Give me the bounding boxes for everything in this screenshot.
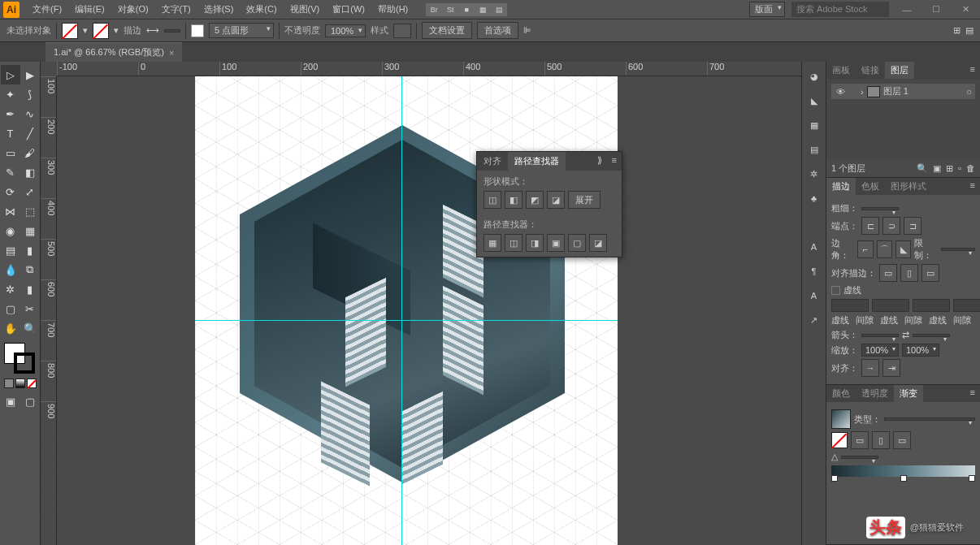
stroke-swatch[interactable]: [93, 23, 109, 39]
menu-file[interactable]: 文件(F): [26, 3, 68, 15]
tab-close-icon[interactable]: ×: [169, 48, 174, 58]
swatches-dock-icon[interactable]: ▦: [806, 117, 822, 133]
screen-mode-normal[interactable]: ▣: [1, 391, 20, 411]
minus-front-button[interactable]: ◧: [505, 191, 523, 209]
tab-stroke[interactable]: 描边: [826, 178, 856, 195]
align-center[interactable]: ▭: [879, 264, 897, 282]
gradient-slider[interactable]: [831, 465, 975, 477]
tab-align[interactable]: 对齐: [477, 152, 508, 171]
zoom-tool[interactable]: 🔍: [20, 318, 40, 338]
menu-help[interactable]: 帮助(H): [371, 3, 414, 15]
maximize-button[interactable]: ☐: [925, 4, 947, 15]
cap-square[interactable]: ⊐: [904, 217, 921, 235]
crop-button[interactable]: ▣: [547, 234, 565, 252]
pathfinder-panel[interactable]: 对齐 路径查找器 ⟫ ≡ 形状模式： ◫ ◧ ◩ ◪ 展开 路径查找器： ▦: [476, 151, 622, 257]
expand-button[interactable]: 展开: [568, 191, 601, 209]
gradient-type-dropdown[interactable]: [884, 417, 975, 421]
menu-window[interactable]: 窗口(W): [326, 3, 371, 15]
panel-collapse-icon[interactable]: ⟫: [592, 152, 607, 171]
menu-view[interactable]: 视图(V): [284, 3, 327, 15]
screen-mode-full[interactable]: ▢: [20, 391, 40, 411]
bridge-icon[interactable]: Br: [426, 3, 442, 16]
weight-field[interactable]: [861, 207, 899, 210]
align-inside[interactable]: ▯: [900, 264, 918, 282]
paragraph-dock-icon[interactable]: ¶: [806, 263, 822, 279]
brush-dropdown[interactable]: 5 点圆形: [209, 23, 274, 38]
layer-name[interactable]: 图层 1: [883, 85, 908, 97]
stock-search[interactable]: 搜索 Adobe Stock: [791, 2, 889, 17]
tab-gradient[interactable]: 渐变: [894, 385, 923, 402]
gap1[interactable]: [872, 299, 909, 312]
dashed-checkbox[interactable]: [831, 286, 840, 295]
stroke-grad-1[interactable]: ▭: [851, 431, 869, 449]
tab-layers[interactable]: 图层: [885, 62, 914, 79]
symbols-dock-icon[interactable]: ✲: [806, 166, 822, 182]
type-tool[interactable]: T: [1, 123, 20, 143]
join-bevel[interactable]: ◣: [895, 240, 911, 258]
hand-tool[interactable]: ✋: [1, 318, 20, 338]
tab-artboards[interactable]: 画板: [826, 62, 856, 79]
free-transform-tool[interactable]: ⬚: [20, 201, 40, 221]
pen-tool[interactable]: ✒: [1, 104, 20, 123]
eyedropper-tool[interactable]: 💧: [1, 260, 20, 279]
tab-transparency[interactable]: 透明度: [856, 385, 894, 402]
menu-edit[interactable]: 编辑(E): [68, 3, 111, 15]
perspective-tool[interactable]: ▦: [20, 221, 40, 240]
divide-button[interactable]: ▦: [483, 234, 501, 252]
document-tab[interactable]: 1.ai* @ 66.67% (RGB/预览) ×: [46, 42, 182, 62]
opacity-field[interactable]: 100%: [325, 24, 366, 37]
stock-icon[interactable]: St: [442, 3, 458, 16]
angle-field[interactable]: [841, 456, 878, 459]
fill-dropdown-icon[interactable]: ▾: [83, 25, 88, 36]
layer-row[interactable]: 👁 › 图层 1 ○: [831, 84, 975, 99]
stroke-weight-field[interactable]: [164, 29, 180, 32]
tab-pathfinder[interactable]: 路径查找器: [508, 152, 566, 171]
stroke-dock-icon[interactable]: ♣: [806, 190, 822, 206]
column-graph-tool[interactable]: ▮: [20, 279, 40, 299]
align-tip[interactable]: →: [861, 359, 879, 377]
none-mode-icon[interactable]: [27, 378, 37, 388]
guide-vertical[interactable]: [401, 76, 402, 545]
cap-butt[interactable]: ⊏: [861, 217, 879, 235]
align-end[interactable]: ⇥: [882, 359, 900, 377]
merge-button[interactable]: ◨: [526, 234, 544, 252]
menu-select[interactable]: 选择(S): [197, 3, 241, 15]
color-dock-icon[interactable]: ◕: [806, 68, 822, 84]
style-swatch[interactable]: [393, 24, 411, 38]
arrow-start[interactable]: [861, 334, 899, 337]
rectangle-tool[interactable]: ▭: [1, 143, 20, 162]
mesh-tool[interactable]: ▤: [1, 240, 20, 260]
unite-button[interactable]: ◫: [483, 191, 501, 209]
visibility-icon[interactable]: 👁: [835, 87, 846, 97]
stroke-dropdown-icon[interactable]: ▾: [114, 25, 119, 36]
doc-setup-button[interactable]: 文档设置: [422, 22, 472, 39]
arrange2-icon[interactable]: ▦: [475, 3, 491, 16]
gradient-fill-stroke[interactable]: [831, 432, 848, 448]
join-round[interactable]: ⌒: [877, 240, 892, 258]
colorguide-dock-icon[interactable]: ◣: [806, 93, 822, 109]
gradient-menu-icon[interactable]: ≡: [965, 385, 980, 402]
gradient-mode-icon[interactable]: [15, 378, 25, 388]
dash2[interactable]: [913, 299, 950, 312]
stroke-grad-3[interactable]: ▭: [893, 431, 911, 449]
arrange-icon[interactable]: ■: [458, 3, 475, 16]
menu-effect[interactable]: 效果(C): [240, 3, 283, 15]
arrange3-icon[interactable]: ▤: [491, 3, 507, 16]
character-dock-icon[interactable]: A: [806, 239, 822, 255]
locate-layer-icon[interactable]: 🔍: [917, 163, 928, 174]
shape-builder-tool[interactable]: ◉: [1, 221, 20, 240]
new-layer-icon[interactable]: ▫: [958, 163, 961, 174]
eraser-tool[interactable]: ◧: [20, 162, 40, 182]
line-tool[interactable]: ╱: [20, 123, 40, 143]
transform-icon[interactable]: ⊞: [953, 25, 960, 36]
rotate-tool[interactable]: ⟳: [1, 182, 20, 201]
shaper-tool[interactable]: ✎: [1, 162, 20, 182]
close-button[interactable]: ✕: [954, 4, 977, 15]
guide-horizontal[interactable]: [195, 320, 618, 321]
stroke-grad-2[interactable]: ▯: [872, 431, 890, 449]
join-miter[interactable]: ⌐: [857, 240, 873, 258]
asset-export-dock-icon[interactable]: ↗: [806, 312, 822, 328]
stroke-weight-arrow[interactable]: ⟷: [146, 25, 159, 36]
artboard-tool[interactable]: ▢: [1, 299, 20, 318]
canvas[interactable]: -1000100200300400500600700 1002003004005…: [41, 62, 801, 545]
